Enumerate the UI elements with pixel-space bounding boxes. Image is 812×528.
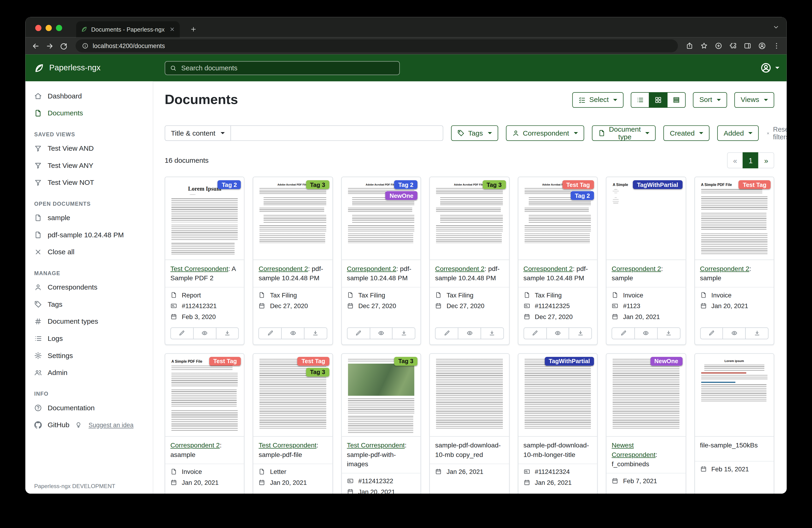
correspondent-link[interactable]: Correspondent 2 [523,265,573,272]
global-search[interactable] [164,61,400,75]
download-button[interactable] [216,327,239,339]
sidebar-item-sample[interactable]: sample [25,209,153,226]
sidebar-item-tags[interactable]: Tags [25,296,153,313]
sidebar-item-test-view-not[interactable]: Test View NOT [25,174,153,191]
download-button[interactable] [392,327,416,339]
tag-badge[interactable]: Test Tag [739,180,770,189]
address-bar[interactable]: localhost:4200/documents [76,40,678,53]
side-panel-icon[interactable] [744,42,751,50]
list-view-button[interactable] [631,92,650,108]
doc-thumbnail[interactable]: Test TagTag 3 [253,354,332,437]
doc-thumbnail[interactable]: TagWithPartial [518,354,597,437]
tag-badge[interactable]: NewOne [650,357,682,366]
correspondent-link[interactable]: Correspondent 2 [612,265,661,272]
user-menu-button[interactable] [760,62,780,74]
doc-thumbnail[interactable]: Adobe Acrobat PDF FilesTest TagTag 2 [518,177,597,260]
sidebar-item-correspondents[interactable]: Correspondents [25,279,153,296]
document-type-filter-button[interactable]: Document type [592,125,656,141]
view-button[interactable] [635,327,658,339]
edit-button[interactable] [170,327,193,339]
doc-thumbnail[interactable]: A Simple PDF FileTest Tag [695,177,774,260]
view-button[interactable] [193,327,216,339]
sidebar-item-github[interactable]: GitHubSuggest an idea [25,416,153,434]
doc-thumbnail[interactable]: Lorem IpsumTag 2 [165,177,244,260]
reload-icon[interactable] [60,42,68,50]
doc-thumbnail[interactable]: A Simple PDF FileTest Tag [165,354,244,437]
extension-badge-icon[interactable] [715,42,722,50]
doc-thumbnail[interactable]: Adobe Acrobat PDF FilesTag 2NewOne [342,177,421,260]
bookmark-star-icon[interactable] [700,42,708,50]
doc-thumbnail[interactable]: Tag 3 [342,354,421,437]
tag-badge[interactable]: TagWithPartial [633,180,682,189]
extensions-puzzle-icon[interactable] [729,42,737,50]
correspondent-link[interactable]: Correspondent 2 [170,441,220,449]
sort-button[interactable]: Sort [693,92,727,108]
search-input[interactable] [180,63,395,72]
tag-badge[interactable]: Tag 3 [306,180,329,189]
view-button[interactable] [369,327,393,339]
correspondent-link[interactable]: Correspondent 2 [435,265,485,272]
site-info-icon[interactable] [82,42,88,49]
correspondent-link[interactable]: Newest Correspondent [612,441,655,458]
download-button[interactable] [745,327,769,339]
sidebar-item-documents[interactable]: Documents [25,105,153,122]
tag-badge[interactable]: Tag 3 [394,357,418,366]
view-button[interactable] [723,327,746,339]
sidebar-item-pdf-sample-10-24-48-pm[interactable]: pdf-sample 10.24.48 PM [25,226,153,244]
tag-badge[interactable]: Test Tag [209,357,241,366]
tags-filter-button[interactable]: Tags [451,125,498,141]
doc-thumbnail[interactable]: Lorem ipsum [695,354,774,437]
edit-button[interactable] [523,327,547,339]
browser-profile-icon[interactable] [758,42,766,50]
share-icon[interactable] [686,42,693,50]
browser-menu-icon[interactable] [773,42,780,50]
sidebar-item-test-view-and[interactable]: Test View AND [25,140,153,157]
suggest-idea-link[interactable]: Suggest an idea [89,422,134,429]
correspondent-link[interactable]: Correspondent 2 [259,265,308,272]
download-button[interactable] [569,327,592,339]
doc-thumbnail[interactable]: Adobe Acrobat PDF FilesTag 3 [253,177,332,260]
views-button[interactable]: Views [735,92,774,108]
correspondent-link[interactable]: Correspondent 2 [700,265,749,272]
tab-close-icon[interactable] [170,27,175,32]
edit-button[interactable] [259,327,282,339]
view-button[interactable] [546,327,569,339]
doc-thumbnail[interactable]: Adobe Acrobat PDF FilesTag 3 [430,177,509,260]
correspondent-link[interactable]: Test Correspondent [259,441,316,449]
sidebar-item-admin[interactable]: Admin [25,364,153,381]
detail-view-button[interactable] [667,92,686,108]
tag-badge[interactable]: Tag 3 [306,368,329,376]
added-filter-button[interactable]: Added [717,125,759,141]
view-button[interactable] [458,327,481,339]
tag-badge[interactable]: Test Tag [562,180,594,189]
page-1-button[interactable]: 1 [743,152,759,168]
sidebar-item-logs[interactable]: Logs [25,330,153,347]
edit-button[interactable] [700,327,723,339]
download-button[interactable] [480,327,504,339]
edit-button[interactable] [347,327,370,339]
tag-badge[interactable]: Tag 2 [570,191,594,200]
back-icon[interactable] [32,42,40,50]
sidebar-item-document-types[interactable]: Document types [25,313,153,330]
tab-search-chevron-icon[interactable] [773,24,780,31]
sidebar-item-documentation[interactable]: Documentation [25,399,153,416]
reset-filters-button[interactable]: Reset filters [767,125,787,141]
sidebar-item-dashboard[interactable]: Dashboard [25,87,153,105]
minimize-window-button[interactable] [45,25,52,31]
download-button[interactable] [657,327,680,339]
correspondent-link[interactable]: Test Correspondent [170,265,228,272]
app-brand[interactable]: Paperless-ngx [25,62,101,73]
edit-button[interactable] [612,327,635,339]
doc-thumbnail[interactable] [430,354,509,437]
tag-badge[interactable]: Tag 3 [482,180,506,189]
tag-badge[interactable]: Tag 2 [394,180,418,189]
maximize-window-button[interactable] [56,25,62,31]
select-button[interactable]: Select [572,92,624,108]
forward-icon[interactable] [45,42,54,50]
view-button[interactable] [281,327,305,339]
created-filter-button[interactable]: Created [664,125,710,141]
grid-view-button[interactable] [649,92,668,108]
next-page-button[interactable]: » [758,152,774,168]
tag-badge[interactable]: TagWithPartial [545,357,594,366]
tag-badge[interactable]: NewOne [385,191,417,200]
